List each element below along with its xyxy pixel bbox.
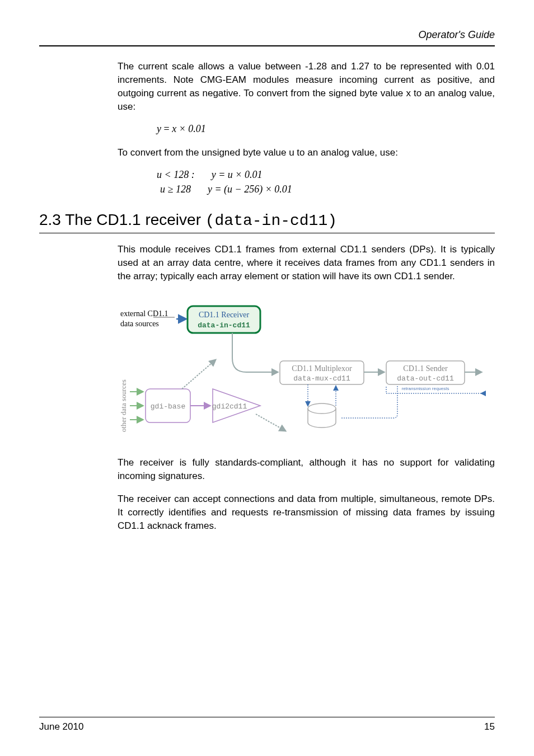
gdi2cd11-label: gdi2cd11 [212, 402, 247, 411]
svg-point-4 [308, 403, 336, 414]
page-footer: June 2010 15 [39, 717, 495, 734]
section-title-code: (data-in-cd11) [205, 212, 337, 229]
architecture-diagram: external CD1.1 data sources CD1.1 Receiv… [118, 294, 487, 439]
formula-2: u < 128 : y = u × 0.01 u ≥ 128 y = (u − … [157, 168, 495, 196]
sender-label-2: data-out-cd11 [397, 374, 454, 383]
section-number: 2.3 [39, 211, 61, 228]
other-sources-label: other data sources [119, 379, 128, 432]
paragraph-4: The receiver is fully standards-complian… [118, 456, 495, 483]
receiver-label-2: data-in-cd11 [198, 321, 250, 330]
footer-page-number: 15 [484, 720, 495, 734]
section-rule [39, 233, 495, 233]
gdi-base-label: gdi-base [151, 402, 185, 411]
formula-2-expr-1: y = u × 0.01 [212, 168, 263, 182]
formula-1: y = x × 0.01 [157, 122, 495, 136]
formula-1-lhs: y [157, 123, 161, 134]
paragraph-3: This module receives CD1.1 frames from e… [118, 243, 495, 283]
paragraph-1: The current scale allows a value between… [118, 60, 495, 113]
sender-label-1: CD1.1 Sender [403, 364, 448, 373]
formula-2-cond-2: u ≥ 128 [160, 182, 191, 196]
retransmission-label: retransmission requests [402, 386, 449, 391]
receiver-label-1: CD1.1 Receiver [199, 311, 250, 319]
section-title-text: The CD1.1 receiver [65, 211, 201, 228]
paragraph-2: To convert from the unsigned byte value … [118, 146, 495, 159]
external-sources-label-1: external CD1.1 [120, 309, 168, 318]
formula-2-expr-2: y = (u − 256) × 0.01 [208, 182, 292, 196]
formula-2-cond-1: u < 128 : [157, 168, 195, 182]
header-rule [39, 45, 495, 46]
mux-label-2: data-mux-cd11 [293, 374, 350, 383]
section-heading: 2.3 The CD1.1 receiver (data-in-cd11) [39, 209, 495, 232]
external-sources-label-2: data sources [120, 320, 159, 328]
footer-date: June 2010 [39, 720, 83, 734]
formula-1-rhs: x × 0.01 [172, 123, 206, 134]
page-header: Operator's Guide [39, 28, 495, 42]
paragraph-5: The receiver can accept connections and … [118, 492, 495, 532]
mux-label-1: CD1.1 Multiplexor [292, 364, 352, 373]
